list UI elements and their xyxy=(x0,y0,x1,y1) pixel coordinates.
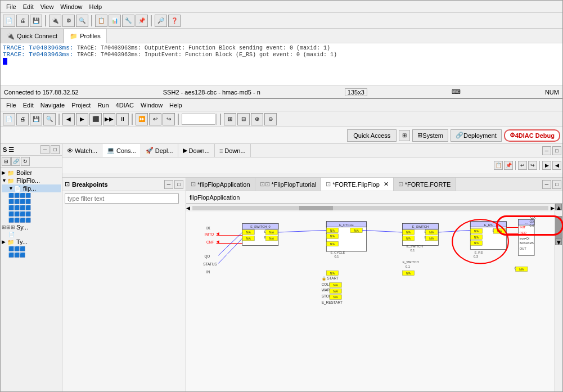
deployment-perspective-btn[interactable]: 🔗 Deployment xyxy=(451,129,502,142)
menu-view[interactable]: View xyxy=(37,2,57,11)
editor-tab-fliptut[interactable]: ⊡⊡ *FlipFlopTutorial xyxy=(255,178,322,191)
copy-btn[interactable]: 📋 xyxy=(494,161,503,170)
new-btn[interactable]: 📄 xyxy=(3,15,15,27)
forward-btn[interactable]: ▶ xyxy=(542,161,551,170)
editor-min-btn[interactable]: ─ xyxy=(542,180,551,189)
subpanel-max-btn[interactable]: □ xyxy=(552,146,561,155)
vscroll-down-btn[interactable]: ▼ xyxy=(555,238,562,245)
editor-max-btn[interactable]: □ xyxy=(552,180,561,189)
minimize-panel-btn[interactable]: ─ xyxy=(40,145,49,154)
hscroll-thumb[interactable] xyxy=(299,206,333,210)
main-tb11[interactable]: ↩ xyxy=(149,113,161,125)
4diac-debug-perspective-btn[interactable]: ⚙ 4DIAC Debug xyxy=(504,129,560,142)
down2-tab[interactable]: ≡ Down... xyxy=(215,144,251,157)
tb6[interactable]: 📌 xyxy=(136,15,148,27)
editor-tab-forte[interactable]: ⊡ *FORTE.FORTE xyxy=(394,178,456,191)
tb8[interactable]: ❓ xyxy=(168,15,181,27)
tree-icon-row1[interactable]: 🟦🟦🟦🟦 xyxy=(8,192,61,199)
tree-icon-row3[interactable]: 🟦🟦🟦🟦 xyxy=(8,205,61,211)
vscroll-thumb[interactable] xyxy=(555,216,562,238)
main-tb5[interactable]: ◀ xyxy=(62,113,75,125)
vscroll-bar[interactable]: ▲ ▼ xyxy=(555,204,562,391)
main-menu-run[interactable]: Run xyxy=(94,101,112,110)
main-tb2[interactable]: 🖨 xyxy=(16,113,29,125)
menu-help[interactable]: Help xyxy=(85,2,105,11)
hscroll-track[interactable] xyxy=(192,206,548,210)
save-btn[interactable]: 💾 xyxy=(30,15,42,27)
cons-tab[interactable]: 💻 Cons... xyxy=(102,144,141,157)
hscroll-left-btn[interactable]: ◀ xyxy=(186,205,190,211)
editor-tab-forte-flipflop[interactable]: ⊡ *FORTE.FlipFlop ✕ xyxy=(321,178,394,191)
hscroll-bar[interactable]: ◀ ▶ xyxy=(186,204,555,211)
main-menu-window[interactable]: Window xyxy=(137,101,166,110)
menu-window[interactable]: Window xyxy=(57,2,85,11)
main-menu-navigate[interactable]: Navigate xyxy=(37,101,68,110)
depl-tab[interactable]: 🚀 Depl... xyxy=(141,144,178,157)
main-tb7[interactable]: ⬛ xyxy=(89,113,102,125)
menu-file[interactable]: File xyxy=(3,2,20,11)
tree-icon-row4[interactable]: 🟦🟦🟦🟦 xyxy=(8,211,61,217)
tree-icon-row5[interactable]: 🟦🟦🟦🟦 xyxy=(8,217,61,223)
search-btn[interactable]: 🔍 xyxy=(76,15,88,27)
backward-btn[interactable]: ◀ xyxy=(552,161,561,170)
main-tb10[interactable]: ⏩ xyxy=(136,113,148,125)
main-tb1[interactable]: 📄 xyxy=(3,113,15,125)
tree-icon-row-ty2[interactable]: 🟦🟦🟦 xyxy=(2,252,61,258)
tb3[interactable]: 📋 xyxy=(95,15,107,27)
bp-max-btn[interactable]: □ xyxy=(174,180,183,189)
main-tb12[interactable]: ↪ xyxy=(163,113,175,125)
redo-btn[interactable]: ↪ xyxy=(528,161,537,170)
main-menu-edit[interactable]: Edit xyxy=(20,101,37,110)
editor-tab-flipapp[interactable]: ⊡ *flipFlopApplication xyxy=(186,178,255,191)
connect-btn[interactable]: 🔌 xyxy=(49,15,61,27)
maximize-panel-btn[interactable]: □ xyxy=(51,145,60,154)
main-tb16[interactable]: ⊖ xyxy=(264,113,277,125)
main-menu-project[interactable]: Project xyxy=(68,101,94,110)
main-tb13[interactable]: ⊞ xyxy=(224,113,236,125)
tb4[interactable]: 📊 xyxy=(109,15,121,27)
quick-access-button[interactable]: Quick Access xyxy=(347,129,397,142)
mode-dropdown[interactable] xyxy=(182,114,215,125)
main-tb8[interactable]: ▶▶ xyxy=(103,113,115,125)
tree-icon-row-ty[interactable]: 🟦🟦🟦 xyxy=(2,246,61,252)
tree-item-flipflo[interactable]: ▼ 📁 FlipFlo... xyxy=(2,177,61,184)
tree-item-flip[interactable]: ▼ 📄 flip... xyxy=(2,184,61,192)
settings-btn[interactable]: ⚙ xyxy=(62,15,75,27)
breakpoints-filter-input[interactable] xyxy=(65,193,179,204)
vscroll-track[interactable] xyxy=(555,216,562,238)
forte-flipflop-close[interactable]: ✕ xyxy=(384,181,389,188)
hscroll-right-btn[interactable]: ▶ xyxy=(551,205,555,211)
tb7[interactable]: 🔎 xyxy=(155,15,167,27)
tree-icon-row2[interactable]: 🟦🟦🟦🟦 xyxy=(8,199,61,205)
tab-quick-connect[interactable]: 🔌 Quick Connect xyxy=(1,29,64,43)
link-editor-btn[interactable]: 🔗 xyxy=(11,157,20,166)
main-tb15[interactable]: ⊕ xyxy=(251,113,263,125)
main-tb6[interactable]: ▶ xyxy=(76,113,88,125)
main-menu-file[interactable]: File xyxy=(3,101,20,110)
bp-min-btn[interactable]: ─ xyxy=(164,180,173,189)
watch-tab[interactable]: 👁 Watch... xyxy=(62,144,102,157)
subpanel-min-btn[interactable]: ─ xyxy=(542,146,551,155)
main-menu-help[interactable]: Help xyxy=(166,101,186,110)
tb5[interactable]: 🔧 xyxy=(122,15,134,27)
down1-tab[interactable]: ▶ Down... xyxy=(178,144,215,157)
main-tb4[interactable]: 🔍 xyxy=(43,113,56,125)
refresh-btn[interactable]: ↻ xyxy=(21,157,30,166)
main-tb3[interactable]: 💾 xyxy=(30,113,42,125)
main-tb9[interactable]: ⏸ xyxy=(116,113,129,125)
tree-item-ty[interactable]: ▶ 📁 Ty... xyxy=(2,238,61,246)
vscroll-up-btn[interactable]: ▲ xyxy=(555,204,562,210)
tree-item-boiler[interactable]: ▶ 📁 Boiler xyxy=(2,169,61,177)
menu-edit[interactable]: Edit xyxy=(20,2,37,11)
main-menu-4diac[interactable]: 4DIAC xyxy=(112,101,137,110)
tree-item-sy[interactable]: ⊞⊞⊞ Sy... xyxy=(2,223,61,231)
system-perspective-btn[interactable]: ⊞ System xyxy=(412,129,448,142)
tree-item-sy2[interactable]: 📄 xyxy=(2,231,61,238)
undo-btn[interactable]: ↩ xyxy=(518,161,527,170)
perspective-icon1[interactable]: ⊞ xyxy=(399,130,410,141)
main-tb14[interactable]: ⊟ xyxy=(237,113,250,125)
print-btn[interactable]: 🖨 xyxy=(16,15,29,27)
tab-profiles[interactable]: 📁 Profiles xyxy=(64,29,107,43)
paste-btn[interactable]: 📌 xyxy=(504,161,513,170)
collapse-all-btn[interactable]: ⊟ xyxy=(2,157,11,166)
